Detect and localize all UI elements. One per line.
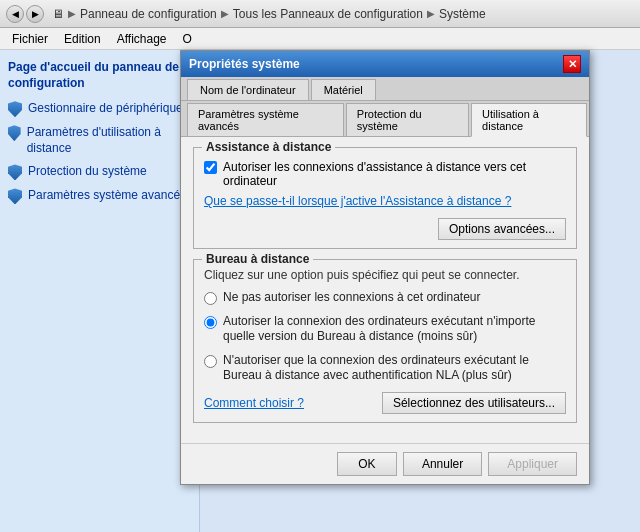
window-controls[interactable]: ◀ ▶ [6, 5, 44, 23]
radio-nla-only[interactable] [204, 355, 217, 368]
radio-label-2: Autoriser la connexion des ordinateurs e… [223, 314, 566, 345]
dialog-content: Assistance à distance Autoriser les conn… [181, 137, 589, 443]
radio-row-1: Ne pas autoriser les connexions à cet or… [204, 290, 566, 306]
tab-utilisation-distance[interactable]: Utilisation à distance [471, 103, 587, 137]
assistance-help-link[interactable]: Que se passe-t-il lorsque j'active l'Ass… [204, 194, 511, 208]
bureau-section-label: Bureau à distance [202, 252, 313, 266]
radio-label-3: N'autoriser que la connexion des ordinat… [223, 353, 566, 384]
radio-row-3: N'autoriser que la connexion des ordinat… [204, 353, 566, 384]
dialog-tabs-row2: Paramètres système avancés Protection du… [181, 101, 589, 137]
radio-no-connections[interactable] [204, 292, 217, 305]
sidebar-label-4: Paramètres système avancés [28, 188, 186, 204]
breadcrumb-1[interactable]: Panneau de configuration [80, 7, 217, 21]
forward-button[interactable]: ▶ [26, 5, 44, 23]
tab-materiel[interactable]: Matériel [311, 79, 376, 100]
menu-bar: Fichier Edition Affichage O [0, 28, 640, 50]
menu-affichage[interactable]: Affichage [109, 30, 175, 48]
back-button[interactable]: ◀ [6, 5, 24, 23]
bureau-description: Cliquez sur une option puis spécifiez qu… [204, 268, 566, 282]
advanced-options-button[interactable]: Options avancées... [438, 218, 566, 240]
dialog-title: Propriétés système [189, 57, 300, 71]
breadcrumb-2[interactable]: Tous les Panneaux de configuration [233, 7, 423, 21]
breadcrumb-3[interactable]: Système [439, 7, 486, 21]
ok-button[interactable]: OK [337, 452, 397, 476]
dialog-footer: OK Annuler Appliquer [181, 443, 589, 484]
sidebar-home-title[interactable]: Page d'accueil du panneau de configurati… [8, 60, 191, 91]
checkbox-row: Autoriser les connexions d'assistance à … [204, 160, 566, 188]
cancel-button[interactable]: Annuler [403, 452, 482, 476]
sidebar-item-peripheriques[interactable]: Gestionnaire de périphériques [8, 101, 191, 117]
sidebar-label-2: Paramètres d'utilisation à distance [27, 125, 191, 156]
shield-icon-3 [8, 164, 22, 180]
menu-edition[interactable]: Edition [56, 30, 109, 48]
sidebar-label-1: Gestionnaire de périphériques [28, 101, 189, 117]
tab-nom-ordinateur[interactable]: Nom de l'ordinateur [187, 79, 309, 100]
bureau-distance-section: Bureau à distance Cliquez sur une option… [193, 259, 577, 423]
shield-icon-4 [8, 188, 22, 204]
main-layout: Page d'accueil du panneau de configurati… [0, 50, 640, 532]
sidebar-item-avances[interactable]: Paramètres système avancés [8, 188, 191, 204]
shield-icon-1 [8, 101, 22, 117]
bottom-link-row: Comment choisir ? Sélectionnez des utili… [204, 392, 566, 414]
menu-fichier[interactable]: Fichier [4, 30, 56, 48]
menu-other[interactable]: O [175, 30, 200, 48]
radio-row-2: Autoriser la connexion des ordinateurs e… [204, 314, 566, 345]
select-users-button[interactable]: Sélectionnez des utilisateurs... [382, 392, 566, 414]
title-bar: ◀ ▶ 🖥 ▶ Panneau de configuration ▶ Tous … [0, 0, 640, 28]
assistance-section-label: Assistance à distance [202, 140, 335, 154]
assistance-checkbox-label: Autoriser les connexions d'assistance à … [223, 160, 566, 188]
apply-button[interactable]: Appliquer [488, 452, 577, 476]
sidebar-item-utilisation[interactable]: Paramètres d'utilisation à distance [8, 125, 191, 156]
dialog-tabs-row1: Nom de l'ordinateur Matériel [181, 77, 589, 101]
dialog-close-button[interactable]: ✕ [563, 55, 581, 73]
assistance-checkbox[interactable] [204, 161, 217, 174]
tab-parametres-avances[interactable]: Paramètres système avancés [187, 103, 344, 136]
properties-dialog: Propriétés système ✕ Nom de l'ordinateur… [180, 50, 590, 485]
radio-label-1: Ne pas autoriser les connexions à cet or… [223, 290, 480, 306]
sidebar-item-protection[interactable]: Protection du système [8, 164, 191, 180]
radio-any-version[interactable] [204, 316, 217, 329]
choose-link[interactable]: Comment choisir ? [204, 396, 304, 410]
sidebar-label-3: Protection du système [28, 164, 147, 180]
breadcrumb: 🖥 ▶ Panneau de configuration ▶ Tous les … [52, 7, 486, 21]
tab-protection-systeme[interactable]: Protection du système [346, 103, 469, 136]
dialog-titlebar: Propriétés système ✕ [181, 51, 589, 77]
sidebar: Page d'accueil du panneau de configurati… [0, 50, 200, 532]
breadcrumb-icon: 🖥 [52, 7, 64, 21]
shield-icon-2 [8, 125, 21, 141]
assistance-distance-section: Assistance à distance Autoriser les conn… [193, 147, 577, 249]
